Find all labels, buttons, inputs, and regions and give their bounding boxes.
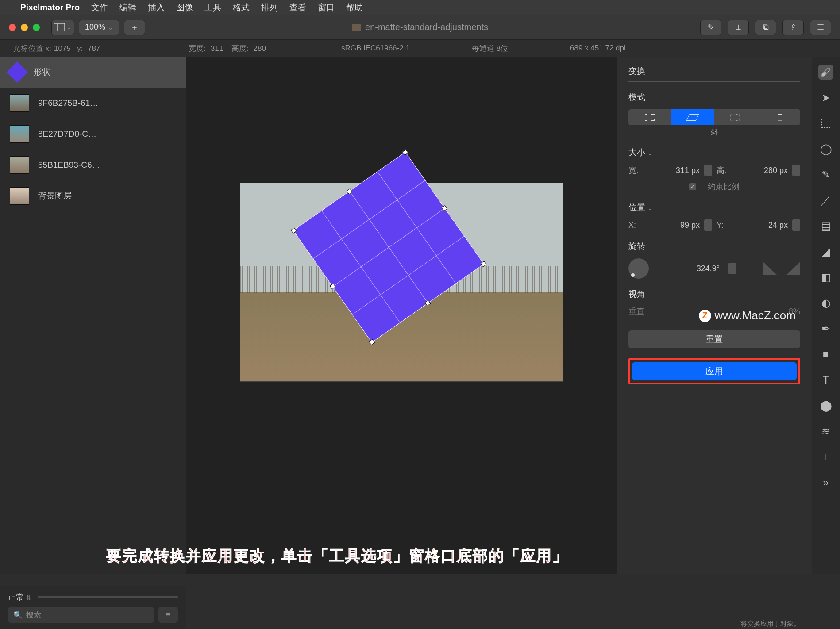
apply-button[interactable]: 应用 [632,362,797,380]
window-controls [9,24,40,31]
blend-mode-select[interactable]: 正常 ⇅ [8,592,31,602]
rotation-stepper[interactable] [728,263,736,274]
cursor-y-label: y: [77,44,83,53]
height-stepper[interactable] [792,165,800,176]
mode-free[interactable] [628,109,671,125]
mode-selected-label: 斜 [628,128,800,137]
canvas[interactable] [186,57,617,574]
menu-arrange[interactable]: 排列 [261,2,278,13]
search-placeholder: 搜索 [26,610,41,620]
layer-item[interactable]: 8E27D7D0-C… [0,119,186,150]
height-label: 高: [717,165,732,176]
chevron-updown-icon: ⇅ [26,594,31,601]
opacity-slider[interactable] [38,596,178,598]
layer-name: 9F6B275B-61… [38,98,98,108]
layer-item[interactable]: 55B1EB93-C6… [0,150,186,180]
reset-button[interactable]: 重置 [628,330,800,348]
tool-arrow[interactable]: ➤ [818,90,833,105]
chevron-down-icon: ⌄ [66,24,72,31]
transform-handle[interactable] [369,339,375,345]
tool-gradient[interactable]: ◢ [818,244,833,259]
menu-tool[interactable]: 工具 [204,2,221,13]
mode-skew[interactable] [671,109,714,125]
search-icon: 🔍 [13,610,23,620]
layer-shape[interactable]: 形状 [0,57,186,88]
y-input[interactable]: 24 px [737,221,788,230]
tool-color[interactable]: ⬤ [818,398,833,413]
mode-segmented [628,109,800,125]
search-input[interactable]: 🔍搜索 [8,607,154,623]
tool-pen[interactable]: ✒ [818,321,833,336]
tool-more[interactable]: » [818,475,833,490]
minimize-button[interactable] [21,24,28,31]
mode-distort[interactable] [714,109,757,125]
transform-handle[interactable] [402,150,408,156]
settings-button[interactable]: ☰ [810,20,831,35]
size-label[interactable]: 大小 ⌄ [628,147,800,158]
add-button[interactable]: ＋ [124,20,145,35]
layer-background[interactable]: 背景图层 [0,180,186,211]
share-button[interactable]: ⇪ [782,20,804,35]
app-name[interactable]: Pixelmator Pro [20,3,80,12]
tool-effects[interactable]: ≋ [818,424,833,439]
tool-fill[interactable]: ▤ [818,219,833,234]
mode-perspective[interactable] [757,109,800,125]
tool-crop2[interactable]: ⟂ [818,449,833,464]
copy-button[interactable]: ⧉ [755,20,776,35]
menu-format[interactable]: 格式 [233,2,250,13]
perspective-label: 视角 [628,288,800,300]
flip-h-button[interactable] [763,262,777,275]
width-input[interactable]: 311 px [649,166,700,175]
tool-text[interactable]: T [818,372,833,387]
menu-edit[interactable]: 编辑 [119,2,136,13]
rotation-dial[interactable] [628,258,649,279]
x-stepper[interactable] [704,219,712,231]
layer-name: 8E27D7D0-C… [38,129,96,139]
tool-shape[interactable]: ■ [818,347,833,362]
zoom-select[interactable]: 100% ⌄ [79,20,119,35]
height-input[interactable]: 280 px [737,166,788,175]
zoom-value: 100% [85,23,105,32]
menu-window[interactable]: 窗口 [318,2,335,13]
transform-handle[interactable] [291,227,297,234]
zoom-button[interactable] [33,24,40,31]
tool-erase[interactable]: ◧ [818,270,833,285]
menu-image[interactable]: 图像 [176,2,193,13]
tool-eyedrop[interactable]: ✎ [818,167,833,182]
position-label[interactable]: 位置 ⌄ [628,202,800,213]
flip-v-button[interactable] [786,262,800,275]
constrain-checkbox[interactable]: ✓ [689,183,696,190]
menu-file[interactable]: 文件 [91,2,108,13]
sidebar-icon [54,23,65,31]
transform-handle[interactable] [441,205,447,211]
menu-icon: ≡ [166,610,170,619]
x-input[interactable]: 99 px [649,221,700,230]
tool-clone[interactable]: ◐ [818,295,833,311]
layer-menu-button[interactable]: ≡ [158,607,178,623]
constrain-label: 约束比例 [708,181,740,192]
transform-shape[interactable] [293,152,484,343]
rotation-input[interactable]: 324.9° [658,264,720,273]
layer-item[interactable]: 9F6B275B-61… [0,88,186,119]
y-stepper[interactable] [792,219,800,231]
watermark-icon: Z [699,310,711,322]
canvas-size: 689 x 451 72 dpi [570,44,626,53]
width-stepper[interactable] [704,165,712,176]
transform-handle[interactable] [424,300,431,306]
tool-style[interactable]: 🖌 [818,65,833,80]
crop-button[interactable]: ⟂ [728,20,749,35]
tools-rail: 🖌 ➤ ◯ ✎ ／ ▤ ◢ ◧ ◐ ✒ ■ T ⬤ ≋ ⟂ » [812,57,840,574]
close-button[interactable] [9,24,16,31]
height-label: 高度: [231,44,249,53]
sidebar-toggle-button[interactable]: ⌄ [51,20,74,35]
ml-enhance-button[interactable]: ✎ [700,20,721,35]
tool-brush[interactable]: ／ [818,193,833,208]
tool-lasso[interactable]: ◯ [818,142,833,157]
menu-view[interactable]: 查看 [289,2,306,13]
watermark: Zwww.MacZ.com [699,309,796,322]
tool-marquee[interactable] [818,116,833,131]
share-icon: ⇪ [790,23,797,32]
menu-help[interactable]: 帮助 [346,2,363,13]
width-value: 311 [211,44,223,53]
menu-insert[interactable]: 插入 [148,2,165,13]
